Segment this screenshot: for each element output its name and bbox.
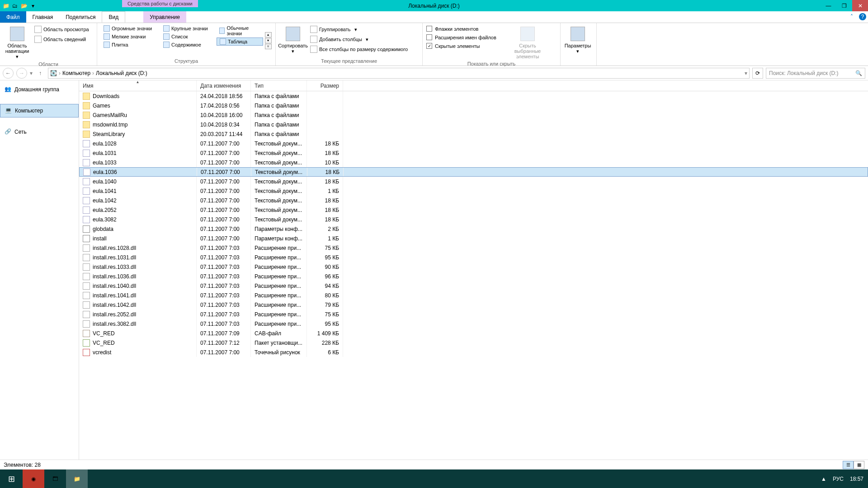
chevron-right-icon[interactable]: › — [92, 70, 94, 76]
nav-network[interactable]: 🔗Сеть — [0, 126, 79, 138]
file-row[interactable]: install.res.1041.dll07.11.2007 7:03Расши… — [79, 291, 868, 300]
file-row[interactable]: eula.308207.11.2007 7:00Текстовый докум.… — [79, 215, 868, 224]
hide-selected-button[interactable]: Скрыть выбранные элементы — [509, 25, 546, 59]
file-row[interactable]: install.res.1028.dll07.11.2007 7:03Расши… — [79, 243, 868, 253]
back-button[interactable]: ← — [3, 68, 14, 79]
view-icons-button[interactable]: ▦ — [854, 461, 864, 469]
chevron-right-icon[interactable]: › — [59, 70, 61, 76]
qat-properties-icon[interactable]: 🗂 — [11, 2, 19, 10]
file-row[interactable]: eula.205207.11.2007 7:00Текстовый докум.… — [79, 205, 868, 215]
file-type: Папка с файлами — [251, 91, 307, 101]
layout-medium[interactable]: Обычные значки — [217, 25, 263, 37]
qat-newfolder-icon[interactable]: 📂 — [20, 2, 28, 10]
qat-dropdown-icon[interactable]: ▾ — [29, 2, 37, 10]
app-icon[interactable]: 📁 — [2, 2, 10, 10]
layout-expand[interactable]: ▿ — [265, 44, 272, 49]
recent-locations-dropdown[interactable]: ▾ — [30, 70, 33, 76]
file-row[interactable]: eula.103607.11.2007 7:00Текстовый докум.… — [79, 167, 868, 177]
layout-scroll-down[interactable]: ▾ — [265, 38, 272, 43]
search-input[interactable]: Поиск: Локальный диск (D:) 🔍 — [766, 68, 865, 79]
tab-share[interactable]: Поделиться — [59, 11, 102, 23]
file-row[interactable]: Downloads24.04.2018 18:56Папка с файлами — [79, 91, 868, 101]
file-row[interactable]: VC_RED07.11.2007 7:12Пакет установщи...2… — [79, 338, 868, 347]
file-row[interactable]: install.res.2052.dll07.11.2007 7:03Расши… — [79, 310, 868, 319]
file-row[interactable]: eula.103107.11.2007 7:00Текстовый докум.… — [79, 148, 868, 158]
ribbon-tabs: Файл Главная Поделиться Вид Управление ˄… — [0, 11, 868, 23]
forward-button[interactable]: → — [16, 68, 27, 79]
breadcrumb-drive-icon[interactable]: 💽 — [50, 70, 57, 76]
layout-large[interactable]: Крупные значки — [160, 25, 215, 32]
help-icon[interactable]: ? — [859, 13, 866, 20]
file-row[interactable]: install07.11.2007 7:00Параметры конф...1… — [79, 234, 868, 243]
preview-pane-button[interactable]: Область просмотра — [33, 25, 91, 34]
file-row[interactable]: SteamLibrary20.03.2017 11:44Папка с файл… — [79, 129, 868, 139]
layout-content[interactable]: Содержимое — [160, 41, 215, 48]
view-details-button[interactable]: ☰ — [843, 461, 854, 469]
file-row[interactable]: VC_RED07.11.2007 7:09CAB-файл1 409 КБ — [79, 328, 868, 338]
hidden-items-toggle[interactable]: ✓Скрытые элементы — [426, 42, 508, 50]
group-by-button[interactable]: Группировать▾ — [308, 25, 417, 34]
breadcrumb-drive[interactable]: Локальный диск (D:) — [96, 70, 147, 76]
dll-icon — [83, 311, 90, 318]
maximize-button[interactable]: ❐ — [836, 0, 852, 11]
file-row[interactable]: install.res.1042.dll07.11.2007 7:03Расши… — [79, 300, 868, 310]
file-extensions-toggle[interactable]: Расширения имен файлов — [426, 33, 508, 41]
address-dropdown-icon[interactable]: ▾ — [745, 70, 747, 76]
file-row[interactable]: eula.104107.11.2007 7:00Текстовый докум.… — [79, 186, 868, 196]
minimize-button[interactable]: — — [821, 0, 836, 11]
layout-tiles[interactable]: Плитка — [101, 41, 160, 48]
breadcrumb[interactable]: 💽 › Компьютер › Локальный диск (D:) ▾ — [48, 68, 750, 79]
layout-small[interactable]: Мелкие значки — [101, 33, 160, 40]
file-row[interactable]: install.res.1031.dll07.11.2007 7:03Расши… — [79, 253, 868, 262]
file-row[interactable]: install.res.1040.dll07.11.2007 7:03Расши… — [79, 281, 868, 291]
file-name: msdownld.tmp — [93, 122, 127, 128]
details-pane-button[interactable]: Область сведений — [33, 35, 91, 44]
file-row[interactable]: eula.104007.11.2007 7:00Текстовый докум.… — [79, 177, 868, 186]
add-columns-button[interactable]: Добавить столбцы▾ — [308, 35, 417, 44]
nav-homegroup[interactable]: 👥Домашняя группа — [0, 83, 79, 96]
layout-list[interactable]: Список — [160, 33, 215, 40]
close-button[interactable]: ✕ — [852, 0, 868, 11]
file-row[interactable]: msdownld.tmp10.04.2018 0:34Папка с файла… — [79, 120, 868, 129]
file-row[interactable]: eula.103307.11.2007 7:00Текстовый докум.… — [79, 158, 868, 167]
refresh-button[interactable]: ⟳ — [752, 68, 763, 79]
column-date[interactable]: Дата изменения — [197, 80, 251, 91]
taskbar-app-2[interactable]: 🗔 — [44, 469, 66, 488]
file-row[interactable]: globdata07.11.2007 7:00Параметры конф...… — [79, 224, 868, 234]
sort-by-button[interactable]: Сортировать ▾ — [279, 25, 307, 56]
nav-computer[interactable]: 💻Компьютер — [0, 104, 79, 117]
options-button[interactable]: Параметры ▾ — [564, 25, 591, 56]
navigation-pane-button[interactable]: Область навигации ▾ — [4, 25, 31, 60]
layout-extra-large[interactable]: Огромные значки — [101, 25, 160, 32]
file-row[interactable]: install.res.3082.dll07.11.2007 7:03Расши… — [79, 319, 868, 328]
tray-clock[interactable]: 18:57 — [850, 476, 863, 482]
file-row[interactable]: Games17.04.2018 0:56Папка с файлами — [79, 101, 868, 110]
tab-home[interactable]: Главная — [26, 11, 60, 23]
file-row[interactable]: eula.102807.11.2007 7:00Текстовый докум.… — [79, 139, 868, 148]
layout-scroll-up[interactable]: ▴ — [265, 32, 272, 38]
layout-details[interactable]: Таблица — [217, 38, 263, 46]
tab-file[interactable]: Файл — [0, 11, 26, 23]
taskbar-explorer[interactable]: 📁 — [66, 469, 88, 488]
column-name[interactable]: Имя▲ — [79, 80, 197, 91]
file-size — [307, 110, 343, 120]
column-type[interactable]: Тип — [251, 80, 307, 91]
file-row[interactable]: vcredist07.11.2007 7:00Точечный рисунок6… — [79, 347, 868, 357]
tray-language[interactable]: РУС — [833, 476, 844, 482]
tab-manage[interactable]: Управление — [143, 11, 186, 23]
chevron-down-icon: ▾ — [354, 27, 357, 33]
up-button[interactable]: ↑ — [35, 68, 45, 78]
item-checkboxes-toggle[interactable]: Флажки элементов — [426, 25, 508, 33]
tab-view[interactable]: Вид — [102, 11, 125, 23]
file-row[interactable]: GamesMailRu10.04.2018 16:00Папка с файла… — [79, 110, 868, 120]
tray-arrow-icon[interactable]: ▲ — [821, 476, 826, 482]
ribbon-collapse-icon[interactable]: ˄ — [848, 13, 855, 20]
taskbar-app-1[interactable]: ◉ — [23, 469, 44, 488]
file-row[interactable]: install.res.1036.dll07.11.2007 7:03Расши… — [79, 272, 868, 281]
file-row[interactable]: eula.104207.11.2007 7:00Текстовый докум.… — [79, 196, 868, 205]
file-row[interactable]: install.res.1033.dll07.11.2007 7:03Расши… — [79, 262, 868, 272]
column-size[interactable]: Размер — [307, 80, 343, 91]
size-columns-button[interactable]: Все столбцы по размеру содержимого — [308, 45, 417, 54]
start-button[interactable]: ⊞ — [0, 469, 23, 488]
breadcrumb-computer[interactable]: Компьютер — [62, 70, 90, 76]
